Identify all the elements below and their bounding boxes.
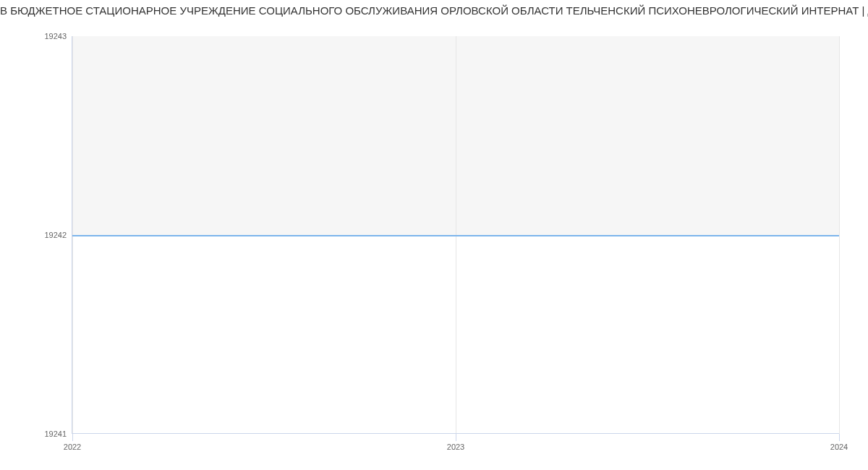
- y-tick-label: 19241: [44, 430, 67, 438]
- x-tick-label: 2023: [447, 443, 464, 451]
- chart-container: В БЮДЖЕТНОЕ СТАЦИОНАРНОЕ УЧРЕЖДЕНИЕ СОЦИ…: [0, 0, 868, 470]
- chart-title: В БЮДЖЕТНОЕ СТАЦИОНАРНОЕ УЧРЕЖДЕНИЕ СОЦИ…: [0, 4, 868, 17]
- x-tick: [72, 434, 73, 441]
- y-tick-label: 19242: [44, 231, 67, 239]
- x-tick-label: 2022: [64, 443, 81, 451]
- series-line: [72, 235, 839, 236]
- plot-area: [72, 36, 839, 434]
- x-tick: [456, 434, 456, 441]
- x-tick: [839, 434, 840, 441]
- y-tick-label: 19243: [44, 32, 67, 40]
- x-tick-label: 2024: [830, 443, 848, 451]
- x-gridline: [839, 36, 840, 434]
